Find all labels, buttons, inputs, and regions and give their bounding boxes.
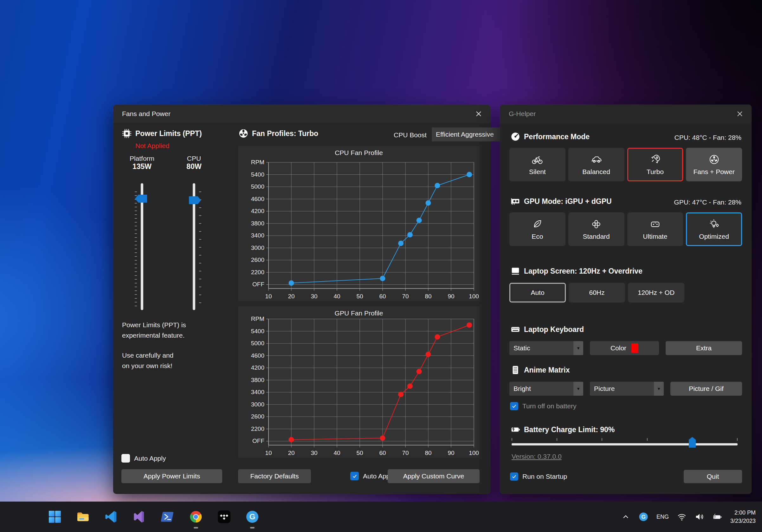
quit-button[interactable]: Quit: [684, 470, 742, 483]
mode-button-balanced[interactable]: Balanced: [568, 148, 624, 181]
laptop-keyboard-title: Laptop Keyboard: [524, 325, 584, 334]
close-icon[interactable]: [469, 107, 488, 121]
gpu-button-optimized[interactable]: Optimized: [686, 212, 742, 246]
leaf-icon: [531, 218, 543, 230]
g-helper-tray-icon[interactable]: G: [639, 512, 648, 521]
svg-text:90: 90: [448, 293, 454, 300]
anime-mode-dropdown[interactable]: Picture ▾: [590, 382, 664, 396]
svg-text:20: 20: [288, 293, 294, 300]
clock-time: 2:00 PM: [730, 508, 756, 517]
fans-and-power-window: Fans and Power Power Limits (PPT) Not Ap…: [113, 105, 491, 494]
keyboard-color-button[interactable]: Color: [590, 341, 659, 355]
cpu-chip-icon: [121, 128, 132, 139]
check-icon: [511, 474, 517, 479]
matrix-icon: [510, 365, 521, 375]
auto-apply-checkbox[interactable]: [350, 472, 359, 480]
color-swatch: [632, 343, 639, 353]
svg-text:20: 20: [288, 450, 294, 456]
mode-button-silent[interactable]: Silent: [509, 148, 566, 181]
screen-button-120hz-od[interactable]: 120Hz + OD: [628, 283, 684, 302]
keyboard-mode-dropdown[interactable]: Static ▾: [509, 341, 583, 355]
fan-profiles-title: Fan Profiles: Turbo: [252, 129, 318, 138]
svg-text:10: 10: [265, 293, 271, 300]
clock-date: 3/23/2023: [730, 517, 756, 525]
anime-brightness-dropdown[interactable]: Bright ▾: [509, 382, 583, 396]
cpu-boost-label: CPU Boost: [394, 131, 427, 139]
screen-button-auto[interactable]: Auto: [509, 283, 566, 302]
svg-text:2600: 2600: [251, 413, 265, 420]
chevron-down-icon[interactable]: ▾: [573, 341, 583, 355]
g-helper-titlebar[interactable]: G-Helper: [500, 105, 751, 123]
tidal-icon[interactable]: [217, 509, 231, 524]
svg-text:3000: 3000: [251, 245, 265, 251]
svg-text:4600: 4600: [251, 352, 265, 359]
gpu-mode-header: GPU Mode: iGPU + dGPU: [510, 196, 612, 207]
visual-studio-icon[interactable]: [132, 509, 147, 524]
anime-brightness-value: Bright: [509, 382, 573, 396]
monitor-icon: [510, 266, 521, 276]
cpu-temp-status: CPU: 48°C - Fan: 28%: [674, 134, 741, 141]
g-helper-window-title: G-Helper: [509, 110, 536, 117]
check-icon: [352, 473, 357, 479]
mode-button-fans-power[interactable]: Fans + Power: [686, 148, 742, 181]
chrome-icon[interactable]: [189, 509, 203, 524]
screen-button-60hz[interactable]: 60Hz: [569, 283, 625, 302]
platform-limit-label: Platform 135W: [118, 155, 166, 171]
gpu-button-eco[interactable]: Eco: [509, 212, 566, 246]
start-button-icon[interactable]: [47, 509, 62, 524]
gpu-card-icon: [510, 196, 521, 207]
svg-text:40: 40: [334, 450, 340, 456]
svg-text:100: 100: [469, 293, 479, 300]
svg-text:90: 90: [448, 450, 454, 456]
version-link[interactable]: Version: 0.37.0.0: [511, 453, 562, 460]
cpu-limit-label: CPU 80W: [170, 155, 218, 171]
keyboard-icon: [510, 324, 521, 335]
battery-charging-icon[interactable]: [713, 512, 722, 521]
language-indicator[interactable]: ENG: [656, 514, 669, 520]
powershell-icon[interactable]: [160, 509, 175, 524]
taskbar-apps: G: [47, 501, 260, 532]
svg-text:100: 100: [469, 450, 479, 456]
taskbar-clock[interactable]: 2:00 PM 3/23/2023: [730, 508, 756, 525]
wifi-icon[interactable]: [677, 512, 687, 521]
auto-apply-label: Auto Apply: [134, 455, 166, 462]
battery-slider-track[interactable]: [511, 443, 737, 445]
fans-window-titlebar[interactable]: Fans and Power: [113, 105, 491, 123]
cpu-fan-curve-chart[interactable]: OFF220026003000340038004200460050005400R…: [238, 160, 480, 301]
svg-text:40: 40: [334, 293, 340, 300]
svg-text:50: 50: [356, 293, 363, 300]
g-helper-window: G-Helper Performance Mode CPU: 48°C - Fa…: [500, 105, 751, 494]
keyboard-extra-button[interactable]: Extra: [666, 341, 742, 355]
gamepad-icon: [649, 218, 661, 230]
run-on-startup-checkbox[interactable]: [510, 472, 518, 481]
factory-defaults-button[interactable]: Factory Defaults: [238, 469, 311, 483]
g-helper-icon[interactable]: G: [245, 509, 260, 524]
keyboard-controls-row: Static ▾ Color Extra: [509, 341, 742, 355]
auto-apply-checkbox[interactable]: [121, 454, 130, 463]
cpu-limit-slider[interactable]: [170, 183, 218, 310]
turn-off-on-battery-checkbox[interactable]: [510, 402, 518, 410]
picture-gif-button[interactable]: Picture / Gif: [670, 382, 742, 396]
file-explorer-icon[interactable]: [76, 509, 90, 524]
screen-mode-buttons: Auto 60Hz 120Hz + OD: [509, 283, 742, 302]
laptop-screen-title: Laptop Screen: 120Hz + Overdrive: [524, 267, 643, 275]
tray-chevron-up-icon[interactable]: [621, 512, 631, 521]
gpu-button-standard[interactable]: Standard: [568, 212, 624, 246]
fan-profiles-header: Fan Profiles: Turbo: [238, 128, 318, 139]
battery-icon: [510, 424, 521, 435]
chevron-down-icon[interactable]: ▾: [654, 382, 664, 396]
apply-custom-curve-button[interactable]: Apply Custom Curve: [388, 469, 480, 483]
platform-limit-slider[interactable]: [118, 183, 166, 310]
battery-slider-ticks: [511, 438, 737, 441]
gpu-button-ultimate[interactable]: Ultimate: [627, 212, 683, 246]
svg-text:RPM: RPM: [251, 316, 265, 322]
power-limits-note: Power Limits (PPT) is experimental featu…: [122, 320, 186, 371]
svg-text:OFF: OFF: [252, 281, 265, 287]
gpu-fan-curve-chart[interactable]: OFF220026003000340038004200460050005400R…: [238, 316, 480, 457]
close-icon[interactable]: [730, 107, 749, 121]
apply-power-limits-button[interactable]: Apply Power Limits: [121, 469, 222, 483]
mode-button-turbo[interactable]: Turbo: [627, 148, 683, 181]
vscode-icon[interactable]: [104, 509, 118, 524]
chevron-down-icon[interactable]: ▾: [573, 382, 583, 396]
speaker-icon[interactable]: [695, 512, 704, 521]
